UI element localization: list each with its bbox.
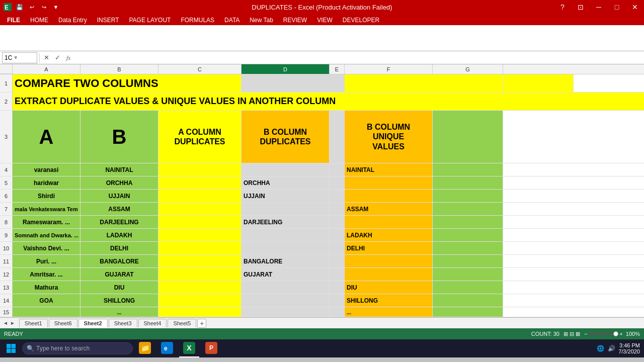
cell-e15[interactable]	[330, 307, 345, 317]
cell-e14[interactable]	[330, 294, 345, 307]
cell-b6[interactable]: UJJAIN	[80, 190, 158, 202]
cell-c3[interactable]: A COLUMN DUPLICATES	[158, 111, 242, 163]
sheet-nav-left[interactable]: ◄	[2, 320, 9, 326]
view-buttons[interactable]: ⊞ ⊟ ⊠	[564, 331, 580, 337]
cell-f13[interactable]: DIU	[345, 281, 433, 294]
zoom-controls[interactable]: − + 100%	[584, 331, 640, 337]
insert-function-button[interactable]: 𝑓𝑥	[64, 53, 73, 62]
tab-review[interactable]: REVIEW	[278, 15, 312, 25]
cell-a8[interactable]: Rameswaram. ...	[13, 216, 80, 228]
col-header-e[interactable]: E	[330, 64, 345, 74]
cell-d4[interactable]	[242, 163, 330, 176]
formula-input[interactable]	[75, 52, 642, 63]
tab-formulas[interactable]: FORMULAS	[176, 15, 219, 25]
tab-page-layout[interactable]: PAGE LAYOUT	[124, 15, 176, 25]
cell-f1[interactable]	[345, 74, 503, 92]
cell-e5[interactable]	[330, 176, 345, 189]
cell-g6[interactable]	[433, 190, 503, 202]
sheet-tab-sheet6[interactable]: Sheet6	[49, 319, 77, 327]
sheet-nav-buttons[interactable]: ◄ ►	[2, 320, 16, 326]
cell-f3[interactable]: B COLUMN UNIQUE VALUES	[345, 111, 433, 163]
sheet-nav-right[interactable]: ►	[9, 320, 16, 326]
cell-g4[interactable]	[433, 163, 503, 176]
cell-d1[interactable]	[242, 74, 330, 92]
page-break-button[interactable]: ⊠	[576, 331, 580, 337]
cell-g3[interactable]	[433, 111, 503, 163]
tab-developer[interactable]: DEVELOPER	[338, 15, 384, 25]
cell-a10[interactable]: Vaishno Devi. ...	[13, 242, 80, 254]
cell-a12[interactable]: Amritsar. ...	[13, 268, 80, 281]
tab-insert[interactable]: INSERT	[92, 15, 124, 25]
col-header-b[interactable]: B	[80, 64, 158, 74]
volume-icon[interactable]: 🔊	[607, 344, 615, 352]
redo-qat-button[interactable]: ↪	[38, 2, 49, 13]
cell-b8[interactable]: DARJEELING	[80, 216, 158, 228]
cell-b4[interactable]: NAINITAL	[80, 163, 158, 176]
cell-f9[interactable]: LADAKH	[345, 229, 433, 241]
restore-button[interactable]: ⊡	[572, 0, 590, 14]
cell-a13[interactable]: Mathura	[13, 281, 80, 294]
cell-c14[interactable]	[158, 294, 242, 307]
zoom-slider[interactable]	[588, 333, 618, 335]
cell-b14[interactable]: SHILLONG	[80, 294, 158, 307]
cell-c8[interactable]	[158, 216, 242, 228]
cell-a2[interactable]: EXTRACT DUPLICATE VALUES & UNIQUE VALUES…	[13, 93, 644, 110]
cell-g14[interactable]	[433, 294, 503, 307]
add-sheet-button[interactable]: +	[197, 319, 206, 328]
cell-a3[interactable]: A	[13, 111, 80, 163]
col-header-g[interactable]: G	[433, 64, 503, 74]
col-header-d[interactable]: D	[242, 64, 330, 74]
taskbar-edge[interactable]: e	[157, 339, 177, 357]
undo-qat-button[interactable]: ↩	[26, 2, 37, 13]
cell-f15[interactable]: ...	[345, 307, 433, 317]
minimize-button[interactable]: ─	[590, 0, 608, 14]
cell-d12[interactable]: GUJARAT	[242, 268, 330, 281]
cell-d14[interactable]	[242, 294, 330, 307]
cell-d5[interactable]: ORCHHA	[242, 176, 330, 189]
tab-data-entry[interactable]: Data Entry	[53, 15, 92, 25]
maximize-button[interactable]: □	[608, 0, 626, 14]
cell-g1[interactable]	[503, 74, 574, 92]
cell-c15[interactable]	[158, 307, 242, 317]
cell-f7[interactable]: ASSAM	[345, 203, 433, 215]
zoom-out-button[interactable]: −	[584, 331, 587, 337]
confirm-formula-button[interactable]: ✓	[53, 53, 62, 62]
cancel-formula-button[interactable]: ✕	[42, 53, 51, 62]
cell-a4[interactable]: varanasi	[13, 163, 80, 176]
cell-c5[interactable]	[158, 176, 242, 189]
sheet-tab-sheet1[interactable]: Sheet1	[19, 319, 48, 327]
col-header-a[interactable]: A	[13, 64, 80, 74]
more-qat-button[interactable]: ▼	[50, 2, 61, 13]
cell-e1[interactable]	[330, 74, 345, 92]
cell-b9[interactable]: LADAKH	[80, 229, 158, 241]
cell-f11[interactable]	[345, 255, 433, 267]
taskbar-search[interactable]: 🔍 Type here to search	[22, 342, 133, 354]
cell-f10[interactable]: DELHI	[345, 242, 433, 254]
cell-f5[interactable]	[345, 176, 433, 189]
sheet-tab-sheet2[interactable]: Sheet2	[78, 319, 108, 327]
cell-b15[interactable]: ...	[80, 307, 158, 317]
close-button[interactable]: ✕	[626, 0, 644, 14]
cell-e3[interactable]	[330, 111, 345, 163]
cell-e7[interactable]	[330, 203, 345, 215]
cell-g11[interactable]	[433, 255, 503, 267]
cell-g5[interactable]	[433, 176, 503, 189]
network-icon[interactable]: 🌐	[596, 344, 604, 352]
col-header-c[interactable]: C	[158, 64, 242, 74]
cell-f12[interactable]	[345, 268, 433, 281]
cell-d11[interactable]: BANGALORE	[242, 255, 330, 267]
cell-c13[interactable]	[158, 281, 242, 294]
sheet-tab-sheet3[interactable]: Sheet3	[109, 319, 137, 327]
cell-b10[interactable]: DELHI	[80, 242, 158, 254]
quick-access-toolbar[interactable]: E 💾 ↩ ↪ ▼	[2, 0, 61, 14]
cell-d8[interactable]: DARJEELING	[242, 216, 330, 228]
cell-e4[interactable]	[330, 163, 345, 176]
taskbar-excel[interactable]: X	[179, 339, 199, 357]
normal-view-button[interactable]: ⊞	[564, 331, 568, 337]
tab-data[interactable]: DATA	[219, 15, 245, 25]
cell-a14[interactable]: GOA	[13, 294, 80, 307]
clock[interactable]: 3:46 PM 7/3/2020	[618, 342, 640, 354]
cell-c4[interactable]	[158, 163, 242, 176]
cell-b13[interactable]: DIU	[80, 281, 158, 294]
cell-d6[interactable]: UJJAIN	[242, 190, 330, 202]
